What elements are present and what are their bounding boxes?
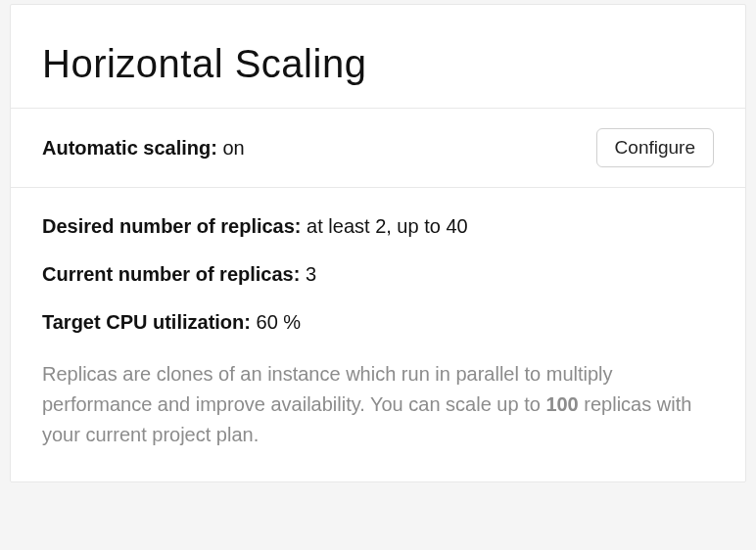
desired-replicas-value: at least 2, up to 40 [307, 215, 468, 237]
automatic-scaling-value: on [222, 137, 244, 159]
current-replicas-label: Current number of replicas: [42, 263, 300, 285]
automatic-scaling-row: Automatic scaling: on Configure [11, 109, 745, 188]
description-prefix: Replicas are clones of an instance which… [42, 363, 613, 415]
scaling-details: Desired number of replicas: at least 2, … [11, 188, 745, 481]
replicas-description: Replicas are clones of an instance which… [42, 359, 714, 450]
horizontal-scaling-card: Horizontal Scaling Automatic scaling: on… [10, 4, 746, 482]
desired-replicas-label: Desired number of replicas: [42, 215, 302, 237]
target-cpu-line: Target CPU utilization: 60 % [42, 311, 714, 334]
card-header: Horizontal Scaling [11, 5, 745, 109]
target-cpu-value: 60 % [257, 311, 302, 333]
current-replicas-value: 3 [306, 263, 316, 285]
page-title: Horizontal Scaling [42, 42, 714, 86]
configure-button[interactable]: Configure [596, 128, 714, 167]
description-limit: 100 [545, 393, 578, 415]
current-replicas-line: Current number of replicas: 3 [42, 263, 714, 286]
desired-replicas-line: Desired number of replicas: at least 2, … [42, 215, 714, 238]
automatic-scaling-status: Automatic scaling: on [42, 137, 245, 160]
automatic-scaling-label: Automatic scaling: [42, 137, 217, 159]
target-cpu-label: Target CPU utilization: [42, 311, 251, 333]
